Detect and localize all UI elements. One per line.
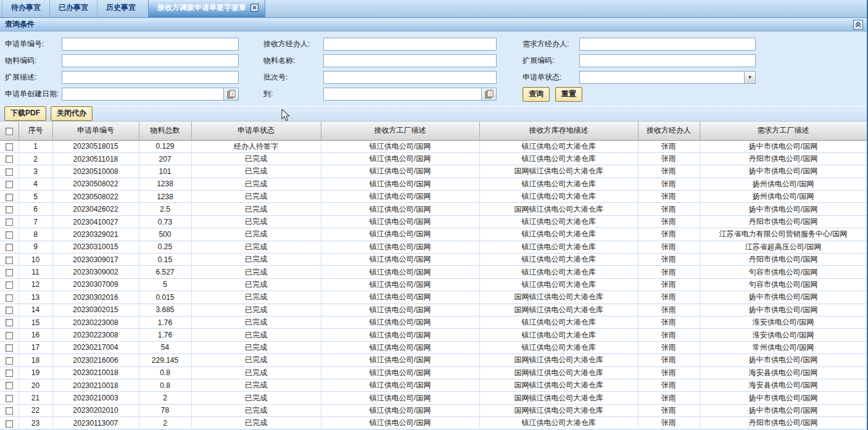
select-all-checkbox[interactable]	[6, 128, 13, 135]
table-row: 4202305080221238已完成镇江供电公司/国网镇江供电公司大港仓库张雨…	[0, 178, 867, 190]
row-checkbox[interactable]	[6, 407, 13, 415]
table-cell: 张雨	[638, 291, 700, 304]
tab-receiver-transfer-sign[interactable]: 接收方调拨申请单签字签章 ×	[148, 0, 265, 17]
table-cell: 已完成	[191, 392, 321, 404]
table-cell: 镇江供电公司大港仓库	[479, 266, 638, 278]
table-cell: 丹阳市供电公司/国网	[700, 254, 867, 266]
table-cell: 张雨	[638, 354, 700, 366]
row-checkbox[interactable]	[6, 370, 13, 377]
row-checkbox[interactable]	[6, 155, 13, 163]
table-cell: 207	[139, 152, 191, 165]
date-to-input[interactable]	[323, 88, 482, 101]
request-no-input[interactable]	[62, 38, 239, 51]
reset-button[interactable]: 重置	[555, 87, 582, 102]
table-cell: 12	[19, 278, 52, 291]
table-cell: 海安县供电公司/国网	[700, 379, 867, 391]
table-cell: 15	[19, 316, 52, 328]
table-cell: 张雨	[638, 392, 700, 404]
table-cell: 镇江供电公司大港仓库	[479, 215, 638, 228]
table-cell: 已完成	[191, 191, 321, 203]
material-name-input[interactable]	[323, 54, 497, 67]
table-cell: 江苏省超高压公司/国网	[700, 241, 867, 253]
tab-pending-tasks[interactable]: 待办事宜	[2, 0, 49, 17]
table-cell: 20230508022	[52, 191, 139, 203]
table-cell: 3	[19, 165, 52, 178]
select-all-header-cell	[0, 122, 19, 140]
ext-code-input[interactable]	[579, 54, 756, 67]
batch-no-input[interactable]	[323, 71, 497, 84]
table-cell: 20230309002	[52, 266, 139, 278]
table-cell: 镇江供电公司/国网	[321, 266, 479, 278]
table-cell: 101	[139, 165, 191, 178]
demand-handler-input[interactable]	[579, 38, 756, 51]
row-checkbox[interactable]	[6, 206, 13, 213]
receiver-handler-input[interactable]	[323, 38, 497, 51]
row-checkbox[interactable]	[6, 294, 13, 302]
row-checkbox[interactable]	[6, 257, 13, 264]
row-checkbox[interactable]	[6, 395, 13, 402]
table-row: 172023021700454已完成镇江供电公司/国网镇江供电公司大港仓库张雨常…	[0, 341, 867, 354]
table-cell: 张雨	[638, 228, 700, 241]
download-pdf-button[interactable]: 下载PDF	[4, 106, 46, 121]
table-cell: 已完成	[191, 152, 321, 165]
row-checkbox[interactable]	[6, 269, 13, 276]
close-icon[interactable]: ×	[250, 4, 258, 12]
table-cell: 1.76	[139, 329, 191, 341]
table-row: 5202305080221238已完成镇江供电公司/国网镇江供电公司大港仓库张雨…	[0, 191, 867, 203]
table-cell: 镇江供电公司/国网	[321, 228, 479, 241]
table-cell: 镇江供电公司/国网	[321, 404, 479, 416]
row-checkbox[interactable]	[6, 168, 13, 176]
table-cell: 张雨	[638, 152, 700, 165]
table-cell: 1238	[139, 178, 191, 190]
row-checkbox[interactable]	[6, 143, 13, 151]
row-checkbox[interactable]	[6, 357, 13, 365]
row-checkbox[interactable]	[6, 281, 13, 289]
toolbar: 下载PDF 关闭代办	[0, 105, 867, 122]
row-checkbox[interactable]	[6, 319, 13, 326]
table-cell: 张雨	[638, 379, 700, 391]
table-cell: 淮安供电公司/国网	[700, 329, 867, 341]
batch-no-label: 批次号:	[263, 72, 323, 83]
calendar-icon[interactable]: 7	[224, 88, 239, 101]
table-cell: 镇江供电公司大港仓库	[479, 140, 638, 152]
row-checkbox[interactable]	[6, 420, 13, 428]
table-cell: 20230217004	[52, 341, 139, 354]
row-checkbox[interactable]	[6, 307, 13, 314]
table-cell: 0.8	[139, 379, 191, 391]
tab-done-tasks[interactable]: 已办事宜	[49, 0, 97, 17]
table-cell: 已完成	[191, 329, 321, 341]
dropdown-arrow-icon[interactable]: ▼	[744, 72, 755, 83]
table-cell: 镇江供电公司/国网	[321, 304, 479, 316]
tab-label: 接收方调拨申请单签字签章	[157, 2, 246, 13]
table-cell: 镇江供电公司大港仓库	[479, 178, 638, 190]
row-checkbox[interactable]	[6, 194, 13, 201]
table-cell: 张雨	[638, 254, 700, 266]
row-checkbox[interactable]	[6, 231, 13, 239]
search-button[interactable]: 查询	[523, 87, 550, 102]
row-checkbox[interactable]	[6, 181, 13, 188]
table-cell: 张雨	[638, 165, 700, 178]
row-checkbox[interactable]	[6, 218, 13, 226]
ext-desc-input[interactable]	[62, 71, 239, 84]
create-date-from-input[interactable]	[62, 88, 224, 101]
calendar-icon[interactable]: 7	[482, 88, 497, 101]
table-cell: 20230216006	[52, 354, 139, 366]
row-checkbox[interactable]	[6, 382, 13, 389]
table-row: 820230329021500已完成镇江供电公司/国网镇江供电公司大港仓库张雨江…	[0, 228, 867, 241]
table-cell: 2.5	[139, 203, 191, 215]
material-code-input[interactable]	[62, 54, 239, 67]
row-checkbox[interactable]	[6, 244, 13, 251]
collapse-panel-button[interactable]	[853, 20, 863, 30]
table-cell: 9	[19, 241, 52, 253]
table-cell: 20230511018	[52, 152, 139, 165]
table-cell: 张雨	[638, 341, 700, 354]
row-checkbox[interactable]	[6, 332, 13, 339]
table-cell: 镇江供电公司大港仓库	[479, 329, 638, 341]
request-status-select[interactable]: ▼	[579, 71, 756, 84]
tab-history-tasks[interactable]: 历史事宜	[97, 0, 144, 17]
table-cell: 国网镇江供电公司大港仓库	[479, 165, 638, 178]
table-cell: 6.527	[139, 266, 191, 278]
close-todo-button[interactable]: 关闭代办	[51, 106, 93, 121]
table-cell: 2	[139, 392, 191, 404]
row-checkbox[interactable]	[6, 344, 13, 352]
